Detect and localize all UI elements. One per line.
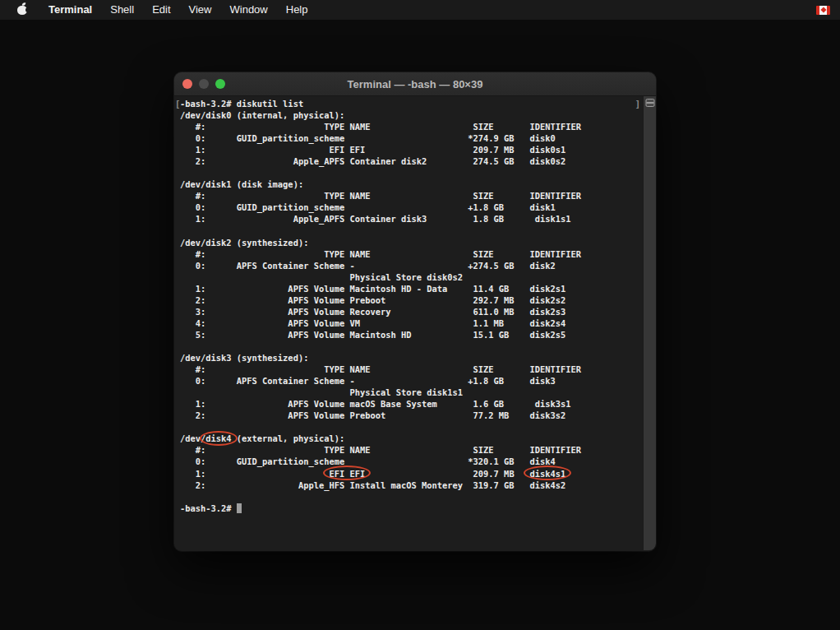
flag-white-band	[819, 6, 827, 15]
terminal-line: 3: APFS Volume Recovery 611.0 MB disk2s3	[180, 306, 643, 317]
terminal-line: 4: APFS Volume VM 1.1 MB disk2s4	[180, 317, 643, 329]
terminal-line: 1: EFI EFI 209.7 MB disk0s1	[180, 144, 643, 155]
disk4-annotation-circle: disk4	[205, 433, 231, 444]
scrollbar[interactable]	[643, 96, 656, 550]
terminal-window: Terminal — -bash — 80×39 -bash-3.2# disk…	[174, 72, 656, 551]
split-pane-button[interactable]	[645, 99, 654, 107]
maple-leaf-icon	[820, 7, 826, 12]
terminal-line: /dev/disk1 (disk image):	[180, 178, 643, 190]
disk4s1-annotation-circle: disk4s1	[529, 468, 565, 479]
terminal-line: 2: Apple_APFS Container disk2 274.5 GB d…	[180, 155, 643, 167]
zoom-button[interactable]	[215, 79, 225, 89]
prompt-mark-open: [	[175, 98, 180, 109]
terminal-line: /dev/disk0 (internal, physical):	[180, 109, 643, 121]
menu-item-edit[interactable]: Edit	[143, 3, 179, 16]
terminal-line: -bash-3.2# diskutil list[]	[180, 98, 643, 109]
terminal-line: #: TYPE NAME SIZE IDENTIFIER	[180, 190, 643, 202]
prompt-mark-close: ]	[635, 98, 640, 109]
apple-logo-icon	[17, 6, 27, 15]
menu-item-terminal[interactable]: Terminal	[39, 3, 101, 16]
terminal-line	[180, 225, 643, 237]
terminal-line: 0: APFS Container Scheme - +274.5 GB dis…	[180, 260, 643, 271]
terminal-line: Physical Store disk1s1	[180, 387, 643, 398]
terminal-line	[180, 167, 643, 178]
window-titlebar[interactable]: Terminal — -bash — 80×39	[174, 72, 656, 96]
terminal-line: 2: Apple_HFS Install macOS Monterey 319.…	[180, 479, 643, 491]
terminal-line: 1: APFS Volume macOS Base System 1.6 GB …	[180, 398, 643, 410]
terminal-line: 5: APFS Volume Macintosh HD 15.1 GB disk…	[180, 329, 643, 340]
terminal-line	[180, 421, 643, 433]
menu-item-help[interactable]: Help	[277, 3, 317, 16]
terminal-line: 0: GUID_partition_scheme *274.9 GB disk0	[180, 132, 643, 144]
terminal-line: #: TYPE NAME SIZE IDENTIFIER	[180, 444, 643, 456]
terminal-line: 0: APFS Container Scheme - +1.8 GB disk3	[180, 375, 643, 387]
terminal-line: -bash-3.2#	[180, 503, 643, 514]
menu-items: TerminalShellEditViewWindowHelp	[39, 0, 317, 20]
terminal-line: 1: Apple_APFS Container disk3 1.8 GB dis…	[180, 213, 643, 225]
terminal-line: /dev/disk4 (external, physical):	[180, 433, 643, 444]
terminal-line: 0: GUID_partition_scheme *320.1 GB disk4	[180, 456, 643, 467]
menu-item-shell[interactable]: Shell	[101, 3, 143, 16]
close-button[interactable]	[182, 79, 192, 89]
efi-annotation-circle: EFI EFI	[329, 468, 365, 479]
terminal-line: #: TYPE NAME SIZE IDENTIFIER	[180, 364, 643, 375]
menu-item-view[interactable]: View	[180, 3, 221, 16]
minimize-button[interactable]	[199, 79, 209, 89]
terminal-screen[interactable]: -bash-3.2# diskutil list[]/dev/disk0 (in…	[174, 96, 643, 550]
terminal-cursor	[237, 503, 242, 513]
terminal-line: #: TYPE NAME SIZE IDENTIFIER	[180, 248, 643, 260]
terminal-line	[180, 340, 643, 352]
traffic-lights	[182, 72, 225, 95]
terminal-line: Physical Store disk0s2	[180, 271, 643, 283]
terminal-line: 1: EFI EFI 209.7 MB disk4s1	[180, 468, 643, 479]
terminal-line: /dev/disk2 (synthesized):	[180, 237, 643, 248]
terminal-line: 1: APFS Volume Macintosh HD - Data 11.4 …	[180, 283, 643, 294]
apple-menu[interactable]	[12, 6, 33, 15]
flag-red-band	[827, 6, 830, 15]
terminal-line	[180, 491, 643, 503]
terminal-line: 0: GUID_partition_scheme +1.8 GB disk1	[180, 202, 643, 213]
menu-bar: TerminalShellEditViewWindowHelp	[0, 0, 840, 20]
window-title: Terminal — -bash — 80×39	[348, 78, 483, 90]
menu-bar-status-area	[816, 0, 830, 20]
terminal-content: -bash-3.2# diskutil list[]/dev/disk0 (in…	[174, 96, 656, 550]
terminal-line: 2: APFS Volume Preboot 77.2 MB disk3s2	[180, 410, 643, 421]
terminal-line: 2: APFS Volume Preboot 292.7 MB disk2s2	[180, 294, 643, 306]
terminal-line: /dev/disk3 (synthesized):	[180, 352, 643, 364]
terminal-line: #: TYPE NAME SIZE IDENTIFIER	[180, 121, 643, 132]
input-source-flag-icon[interactable]	[816, 6, 830, 15]
menu-item-window[interactable]: Window	[221, 3, 277, 16]
